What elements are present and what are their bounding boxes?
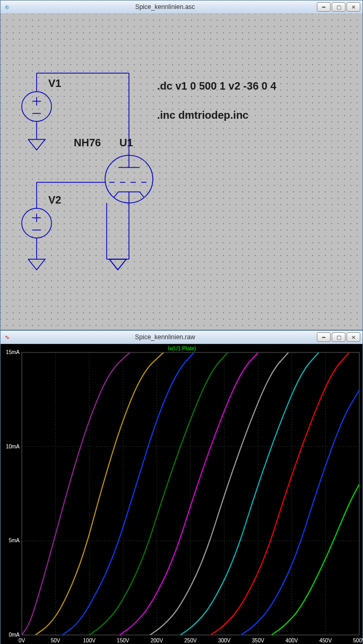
svg-text:300V: 300V: [218, 638, 231, 643]
svg-text:Ix(U1:Plate): Ix(U1:Plate): [168, 346, 196, 351]
svg-text:5mA: 5mA: [8, 537, 20, 543]
tube-model-label[interactable]: NH76: [74, 137, 101, 149]
plot-titlebar[interactable]: ∿ Spice_kennlinien.raw ━ ▢ ✕: [1, 331, 362, 344]
svg-text:200V: 200V: [151, 638, 163, 643]
svg-text:450V: 450V: [319, 638, 332, 643]
svg-text:500V: 500V: [353, 638, 363, 643]
u1-label[interactable]: U1: [119, 137, 133, 149]
schematic-titlebar[interactable]: ⎋ Spice_kennlinien.asc ━ ▢ ✕: [1, 1, 362, 14]
ltspice-waveform-icon: ∿: [3, 333, 11, 341]
svg-text:0mA: 0mA: [8, 632, 20, 638]
schematic-canvas[interactable]: V1 V2 NH76 U1 .dc v1 0 500 1 v2 -36 0 4 …: [1, 14, 362, 330]
window-buttons: ━ ▢ ✕: [317, 2, 360, 12]
v2-label[interactable]: V2: [48, 194, 61, 206]
svg-point-24: [22, 208, 51, 238]
schematic-title: Spice_kennlinien.asc: [13, 3, 317, 11]
svg-text:15mA: 15mA: [6, 349, 20, 355]
svg-text:50V: 50V: [51, 638, 60, 643]
minimize-button[interactable]: ━: [317, 2, 331, 12]
maximize-button[interactable]: ▢: [332, 332, 345, 342]
svg-text:0V: 0V: [19, 638, 25, 643]
inc-directive[interactable]: .inc dmtriodep.inc: [157, 109, 248, 121]
svg-line-20: [140, 192, 144, 197]
svg-point-0: [22, 92, 51, 121]
schematic-window: ⎋ Spice_kennlinien.asc ━ ▢ ✕: [0, 0, 363, 330]
waveform-viewer[interactable]: 0V50V100V150V200V250V300V350V400V450V500…: [1, 344, 362, 644]
v1-label[interactable]: V1: [48, 77, 61, 90]
svg-text:250V: 250V: [184, 638, 197, 643]
plot-title: Spice_kennlinien.raw: [13, 333, 317, 341]
dc-directive[interactable]: .dc v1 0 500 1 v2 -36 0 4: [157, 80, 276, 92]
svg-text:10mA: 10mA: [6, 444, 20, 449]
plot-window: ∿ Spice_kennlinien.raw ━ ▢ ✕ 0V50V100V15…: [0, 330, 363, 644]
minimize-button[interactable]: ━: [317, 332, 331, 342]
maximize-button[interactable]: ▢: [332, 2, 345, 12]
svg-text:100V: 100V: [83, 638, 96, 643]
svg-text:350V: 350V: [252, 638, 265, 643]
svg-text:150V: 150V: [117, 638, 129, 643]
close-button[interactable]: ✕: [347, 332, 360, 342]
svg-line-19: [114, 192, 118, 197]
svg-text:400V: 400V: [286, 638, 298, 643]
close-button[interactable]: ✕: [347, 2, 360, 12]
plot-window-buttons: ━ ▢ ✕: [317, 332, 360, 342]
ltspice-schematic-icon: ⎋: [3, 3, 11, 11]
